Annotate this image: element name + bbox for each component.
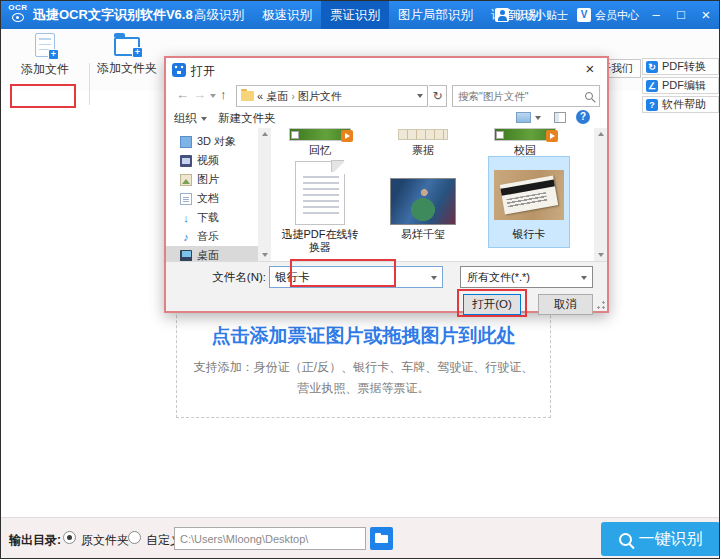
sidebar-item-downloads[interactable]: ↓ 下载	[166, 208, 258, 227]
scroll-up-icon[interactable]	[598, 132, 604, 136]
scroll-down-icon[interactable]	[598, 253, 604, 257]
recognize-label: 一键识别	[639, 529, 703, 550]
crumb-laquo: «	[257, 90, 263, 102]
dialog-body: 3D 对象 视频 图片 文档 ↓ 下载 ♪ 音乐	[166, 128, 607, 261]
pdf-edit-button[interactable]: ∠ PDF编辑	[642, 77, 719, 94]
sidebar-label: 下载	[197, 210, 219, 225]
file-thumbnail-xiaoyuan[interactable]	[494, 128, 556, 141]
app-logo-icon: OCR	[6, 3, 30, 22]
close-button[interactable]: ×	[698, 1, 714, 29]
dialog-close-button[interactable]: ×	[581, 60, 599, 77]
dialog-app-icon	[172, 63, 186, 77]
add-file-button[interactable]: + 添加文件	[9, 33, 81, 78]
open-button[interactable]: 打开(O)	[463, 294, 521, 315]
new-folder-button[interactable]: 新建文件夹	[218, 111, 276, 126]
preview-pane-button[interactable]	[554, 112, 566, 123]
file-thumbnail-bank-card[interactable]	[494, 170, 564, 220]
open-file-dialog: 打开 × ← → ↑ « 桌面 › 图片文件 ↻ 组织 新建文件夹	[164, 56, 609, 313]
history-chevron-icon[interactable]	[210, 94, 216, 98]
file-thumbnail-pdf-converter[interactable]	[295, 161, 345, 225]
organize-label: 组织	[174, 111, 197, 126]
new-folder-label: 新建文件夹	[218, 111, 276, 126]
menu-fast-ocr[interactable]: 极速识别	[253, 1, 321, 29]
cancel-button[interactable]: 取消	[538, 294, 593, 315]
radio-original-folder-label[interactable]: 原文件夹	[81, 532, 129, 549]
dialog-titlebar: 打开 ×	[166, 58, 607, 82]
refresh-button[interactable]: ↻	[429, 85, 447, 107]
tips-button[interactable]: 职场小贴士	[495, 8, 568, 23]
filename-label: 文件名(N):	[184, 270, 266, 285]
picture-icon	[180, 174, 192, 186]
organize-menu[interactable]: 组织	[174, 111, 207, 126]
forward-button[interactable]: →	[193, 87, 206, 102]
drop-zone-heading: 点击添加票证图片或拖拽图片到此处	[176, 323, 551, 349]
sidebar-item-music[interactable]: ♪ 音乐	[166, 227, 258, 246]
filetype-combo[interactable]: 所有文件(*.*)	[460, 266, 593, 288]
music-icon: ♪	[180, 231, 192, 243]
filegrid-scrollbar[interactable]	[594, 128, 607, 261]
file-thumbnail-piaoju[interactable]	[398, 129, 448, 140]
vip-label: 会员中心	[595, 8, 639, 23]
maximize-button[interactable]: □	[673, 1, 689, 29]
person-icon	[495, 8, 509, 22]
up-button[interactable]: ↑	[220, 87, 227, 102]
toolbar-divider	[89, 63, 90, 105]
menu-advanced-ocr[interactable]: 高级识别	[185, 1, 253, 29]
chevron-down-icon[interactable]	[431, 276, 437, 280]
add-folder-icon: +	[114, 37, 140, 56]
sidebar-item-documents[interactable]: 文档	[166, 189, 258, 208]
file-thumbnail-photo[interactable]	[390, 178, 456, 225]
bank-card-image	[500, 176, 558, 215]
sidebar-scrollbar[interactable]	[258, 128, 271, 261]
browse-folder-button[interactable]	[370, 527, 393, 550]
dialog-help-button[interactable]: ?	[576, 110, 590, 124]
address-chevron-icon[interactable]	[417, 94, 423, 98]
breadcrumb-picture-folder[interactable]: 图片文件	[298, 89, 342, 104]
dialog-title: 打开	[191, 63, 215, 80]
radio-custom[interactable]	[128, 531, 141, 544]
chevron-down-icon	[201, 117, 207, 121]
menu-partial-ocr[interactable]: 图片局部识别	[389, 1, 482, 29]
file-label-photo[interactable]: 易烊千玺	[383, 227, 463, 242]
view-mode-button[interactable]	[516, 112, 541, 123]
back-button[interactable]: ←	[176, 87, 189, 102]
recognize-button[interactable]: 一键识别	[601, 522, 720, 556]
add-file-label: 添加文件	[9, 61, 81, 78]
filename-combo[interactable]	[269, 266, 443, 288]
file-label-huiyi[interactable]: 回忆	[280, 143, 360, 158]
sidebar-item-pictures[interactable]: 图片	[166, 170, 258, 189]
cube-icon	[180, 136, 192, 148]
vip-icon: V	[577, 8, 591, 22]
file-label-bank-card[interactable]: 银行卡	[489, 227, 569, 242]
pdf-convert-button[interactable]: ↻ PDF转换	[642, 58, 719, 75]
vip-button[interactable]: V 会员中心	[577, 8, 639, 23]
thumbnail-view-icon	[516, 112, 531, 123]
software-help-button[interactable]: ? 软件帮助	[642, 96, 719, 113]
file-label-piaoju[interactable]: 票据	[383, 143, 463, 158]
app-title: 迅捷OCR文字识别软件V6.8	[33, 1, 193, 29]
file-thumbnail-huiyi[interactable]	[289, 128, 351, 141]
scroll-down-icon[interactable]	[262, 253, 268, 257]
add-folder-button[interactable]: + 添加文件夹	[93, 33, 161, 77]
minimize-button[interactable]: –	[648, 1, 664, 29]
software-help-label: 软件帮助	[662, 97, 706, 112]
output-dir-label: 输出目录:	[9, 532, 61, 549]
sidebar-label: 音乐	[197, 229, 219, 244]
search-box[interactable]	[452, 85, 600, 107]
logo-text: OCR	[6, 3, 30, 12]
radio-original-folder[interactable]	[63, 531, 76, 544]
address-bar[interactable]: « 桌面 › 图片文件	[236, 85, 428, 107]
file-label-pdf-converter-line2[interactable]: 换器	[280, 240, 360, 255]
menu-ticket-ocr[interactable]: 票证识别	[321, 1, 389, 29]
resize-grip[interactable]	[597, 301, 605, 309]
add-file-icon: +	[35, 33, 55, 57]
side-tools: ↻ PDF转换 ∠ PDF编辑 ? 软件帮助	[642, 58, 719, 115]
sidebar-item-videos[interactable]: 视频	[166, 151, 258, 170]
search-input[interactable]	[453, 86, 581, 106]
output-path-input[interactable]	[174, 527, 366, 550]
filename-input[interactable]	[271, 268, 423, 286]
crumb-separator: ›	[291, 90, 295, 102]
scroll-up-icon[interactable]	[262, 132, 268, 136]
breadcrumb-desktop[interactable]: 桌面	[266, 89, 288, 104]
sidebar-item-3d-objects[interactable]: 3D 对象	[166, 132, 258, 151]
